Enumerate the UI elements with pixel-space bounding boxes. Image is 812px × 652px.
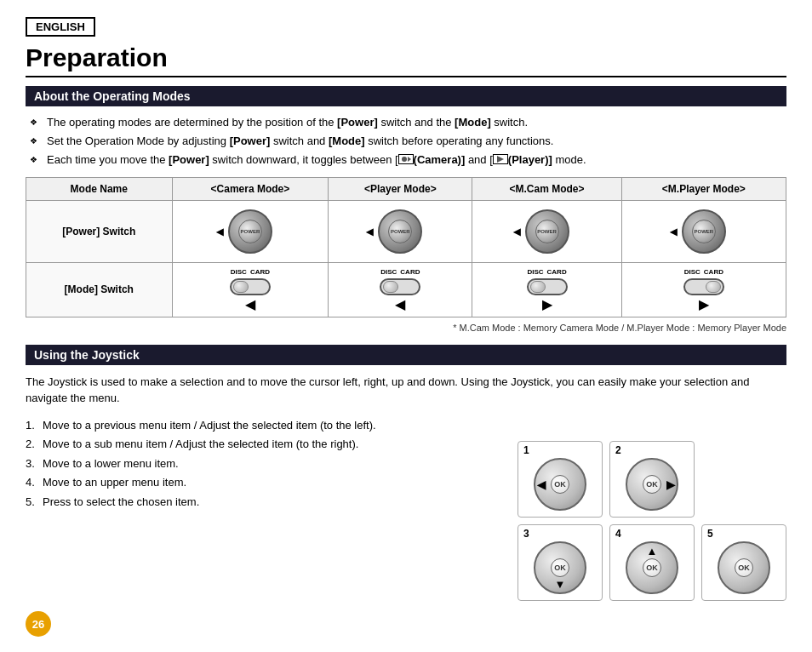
operating-modes-header: About the Operating Modes	[26, 86, 786, 106]
operating-modes-bullets: The operating modes are determined by th…	[26, 115, 786, 169]
joystick-diagram-4: 4 ▲ OK	[609, 524, 695, 601]
svg-marker-1	[497, 156, 504, 163]
joystick-section: Using the Joystick The Joystick is used …	[26, 345, 786, 511]
col-camera-mode: <Camera Mode>	[172, 177, 329, 200]
operating-modes-section: About the Operating Modes The operating …	[26, 86, 786, 333]
bullet-3: Each time you move the [Power] switch do…	[30, 152, 786, 168]
power-switch-player: ◀ POWER	[329, 200, 472, 262]
joystick-num-4: 4	[615, 529, 621, 539]
modes-table: Mode Name <Camera Mode> <Player Mode> <M…	[26, 177, 786, 317]
row-mode-label: [Mode] Switch	[26, 262, 173, 317]
joystick-intro: The Joystick is used to make a selection…	[26, 374, 786, 407]
joystick-header: Using the Joystick	[26, 345, 786, 365]
language-badge: ENGLISH	[26, 17, 95, 37]
power-switch-mplayer: ◀ POWER	[621, 200, 786, 262]
mode-switch-camera: DISC CARD ◀	[172, 262, 329, 317]
col-mode-name: Mode Name	[26, 177, 173, 200]
step-2: Move to a sub menu item / Adjust the sel…	[26, 436, 514, 453]
mode-switch-mplayer: DISC CARD ▶	[621, 262, 786, 317]
page-badge: 26	[26, 611, 51, 637]
power-switch-camera: ◀ POWER	[172, 200, 329, 262]
joystick-diagram-2: 2 ▶ OK	[609, 441, 695, 518]
step-3: Move to a lower menu item.	[26, 455, 514, 472]
col-mplayer-mode: <M.Player Mode>	[621, 177, 786, 200]
power-switch-mcam: ◀ POWER	[472, 200, 621, 262]
joystick-row-1: 1 ◀ OK 2 ▶ OK	[518, 441, 786, 518]
joystick-diagram-3: 3 ▼ OK	[518, 524, 603, 601]
step-1: Move to a previous menu item / Adjust th…	[26, 417, 514, 434]
page-title: Preparation	[26, 43, 786, 77]
joystick-num-1: 1	[523, 445, 529, 455]
joystick-row-2: 3 ▼ OK 4 ▲ OK	[518, 524, 786, 601]
mode-switch-player: DISC CARD ◀	[329, 262, 472, 317]
mode-switch-mcam: DISC CARD ▶	[472, 262, 621, 317]
bullet-1: The operating modes are determined by th…	[30, 115, 786, 130]
joystick-diagrams: 1 ◀ OK 2 ▶ OK	[518, 441, 786, 601]
joystick-num-2: 2	[615, 445, 621, 455]
joystick-num-3: 3	[523, 529, 529, 539]
step-4: Move to an upper menu item.	[26, 474, 514, 491]
col-player-mode: <Player Mode>	[329, 177, 472, 200]
svg-point-0	[402, 157, 407, 162]
step-5: Press to select the chosen item.	[26, 494, 514, 511]
joystick-num-5: 5	[707, 529, 713, 539]
bullet-2: Set the Operation Mode by adjusting [Pow…	[30, 134, 786, 149]
joystick-diagram-1: 1 ◀ OK	[518, 441, 603, 518]
col-mcam-mode: <M.Cam Mode>	[472, 177, 621, 200]
joystick-diagram-5: 5 OK	[701, 524, 786, 601]
footnote: * M.Cam Mode : Memory Camera Mode / M.Pl…	[26, 323, 786, 333]
row-power-label: [Power] Switch	[26, 200, 173, 262]
